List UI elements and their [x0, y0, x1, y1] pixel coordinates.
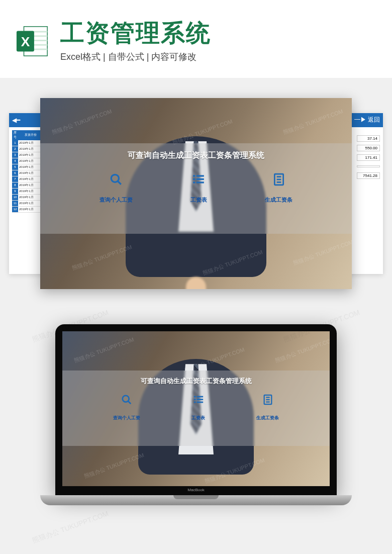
- svg-text:X: X: [21, 35, 30, 50]
- svg-rect-26: [193, 401, 195, 403]
- preview-area-top: ◀━ 序号 发放月份 员工编号 姓名 12019年1月1101张三22019年1…: [0, 83, 392, 304]
- menu-item-document[interactable]: 生成工资条: [265, 172, 292, 204]
- list-icon: [192, 394, 205, 406]
- menu-item-label: 查询个人工资: [100, 196, 133, 204]
- excel-icon: X: [15, 24, 50, 59]
- template-preview-main: 可查询自动生成工资表工资条管理系统 查询个人工资工资表生成工资条 熊猫办公 TU…: [40, 98, 352, 289]
- menu-panel: 可查询自动生成工资表工资条管理系统 查询个人工资工资表生成工资条: [62, 371, 330, 446]
- panel-title: 可查询自动生成工资表工资条管理系统: [40, 143, 352, 161]
- macbook-screen: 可查询自动生成工资表工资条管理系统 查询个人工资工资表生成工资条 熊猫办公 TU…: [62, 331, 330, 486]
- arrow-left-icon: ◀━: [12, 117, 20, 124]
- macbook-base: [40, 495, 352, 505]
- svg-rect-22: [193, 396, 195, 397]
- svg-line-21: [128, 401, 131, 404]
- col-month: 发放月份: [18, 130, 43, 140]
- document-icon: [262, 394, 274, 406]
- page-title: 工资管理系统: [60, 20, 377, 47]
- menu-item-search[interactable]: 查询个人工资: [113, 394, 140, 421]
- menu-panel: 可查询自动生成工资表工资条管理系统 查询个人工资工资表生成工资条: [40, 143, 352, 234]
- svg-rect-24: [193, 399, 195, 400]
- document-icon: [271, 172, 286, 187]
- svg-point-20: [123, 396, 129, 402]
- header: X 工资管理系统 Excel格式 | 自带公式 | 内容可修改: [0, 0, 392, 78]
- macbook-mockup-area: 可查询自动生成工资表工资条管理系统 查询个人工资工资表生成工资条 熊猫办公 TU…: [0, 324, 392, 535]
- search-icon: [121, 394, 133, 406]
- svg-rect-13: [197, 178, 204, 180]
- page-subtitle: Excel格式 | 自带公式 | 内容可修改: [60, 51, 377, 63]
- macbook-label: MacBook: [187, 488, 204, 492]
- svg-point-8: [111, 174, 119, 182]
- svg-rect-12: [193, 178, 195, 180]
- svg-rect-14: [193, 181, 195, 183]
- svg-rect-25: [197, 399, 203, 400]
- list-icon: [191, 172, 206, 187]
- svg-rect-11: [197, 175, 204, 176]
- svg-rect-10: [193, 175, 195, 176]
- svg-rect-23: [197, 396, 203, 397]
- col-seq: 序号: [12, 130, 18, 140]
- search-icon: [109, 172, 124, 187]
- menu-item-label: 生成工资条: [256, 415, 279, 421]
- menu-item-label: 查询个人工资: [113, 415, 140, 421]
- menu-item-label: 工资表: [190, 196, 207, 204]
- menu-item-label: 工资表: [191, 415, 205, 421]
- svg-rect-27: [197, 401, 203, 403]
- macbook-frame: 可查询自动生成工资表工资条管理系统 查询个人工资工资表生成工资条 熊猫办公 TU…: [55, 324, 337, 495]
- menu-item-document[interactable]: 生成工资条: [256, 394, 279, 421]
- menu-item-label: 生成工资条: [265, 196, 292, 204]
- back-button-icon: ━▶ 返回: [354, 116, 380, 124]
- panel-title: 可查询自动生成工资表工资条管理系统: [62, 371, 330, 386]
- menu-item-list[interactable]: 工资表: [190, 172, 207, 204]
- svg-line-9: [118, 181, 121, 184]
- menu-item-search[interactable]: 查询个人工资: [100, 172, 133, 204]
- menu-item-list[interactable]: 工资表: [191, 394, 205, 421]
- svg-rect-15: [197, 181, 204, 183]
